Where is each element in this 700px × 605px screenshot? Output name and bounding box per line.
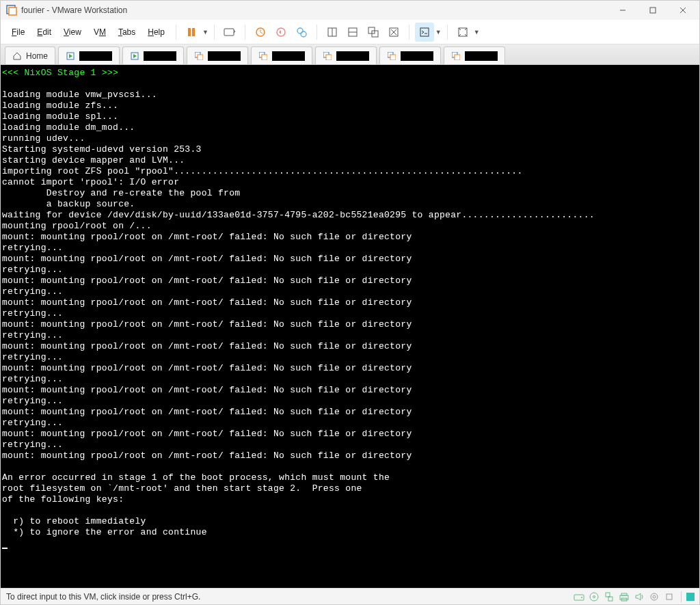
tab-vm-4[interactable] bbox=[251, 46, 312, 64]
send-ctrl-alt-del-button[interactable] bbox=[220, 23, 239, 42]
titlebar: fourier - VMware Workstation bbox=[1, 1, 699, 20]
svg-rect-3 bbox=[650, 8, 656, 13]
menu-file-label: ile bbox=[16, 27, 25, 37]
vm-running-icon bbox=[66, 51, 75, 61]
home-icon bbox=[12, 51, 22, 61]
view-multiple-button[interactable] bbox=[343, 23, 362, 42]
svg-rect-22 bbox=[420, 28, 429, 36]
separator bbox=[245, 25, 245, 40]
fullscreen-button[interactable]: ▼ bbox=[453, 23, 480, 42]
console-view-button[interactable] bbox=[415, 23, 434, 42]
vm-icon bbox=[451, 51, 461, 61]
svg-point-48 bbox=[653, 595, 656, 598]
statusbar: To direct input to this VM, click inside… bbox=[1, 588, 699, 604]
menu-help-label: elp bbox=[154, 27, 165, 37]
menu-view-label: iew bbox=[69, 27, 81, 37]
tab-label-redacted bbox=[79, 51, 112, 61]
svg-rect-36 bbox=[455, 55, 460, 60]
menu-tabs[interactable]: Tabs bbox=[113, 25, 141, 40]
separator bbox=[409, 25, 409, 40]
printer-icon[interactable] bbox=[618, 591, 630, 603]
tab-label-redacted bbox=[272, 51, 305, 61]
view-exclusive-button[interactable] bbox=[384, 23, 403, 42]
separator bbox=[176, 25, 176, 40]
app-window: fourier - VMware Workstation File Edit V… bbox=[0, 0, 700, 605]
cd-dvd-icon[interactable] bbox=[588, 591, 600, 603]
tab-vm-3[interactable] bbox=[187, 46, 248, 64]
tab-vm-6[interactable] bbox=[379, 46, 441, 64]
separator bbox=[214, 25, 215, 40]
view-single-button[interactable] bbox=[323, 23, 342, 42]
menu-file[interactable]: File bbox=[6, 25, 30, 40]
tab-vm-2[interactable] bbox=[122, 46, 184, 64]
svg-rect-34 bbox=[390, 55, 396, 60]
vm-icon bbox=[194, 51, 204, 61]
tab-label-redacted bbox=[401, 51, 433, 61]
svg-rect-30 bbox=[262, 55, 267, 60]
tab-vm-7[interactable] bbox=[444, 46, 505, 64]
menu-edit[interactable]: Edit bbox=[31, 25, 57, 40]
menubar: File Edit View VM Tabs Help ▼ ▼ ▼ bbox=[1, 20, 699, 44]
svg-rect-8 bbox=[224, 29, 234, 36]
svg-rect-41 bbox=[606, 593, 610, 597]
snapshot-take-button[interactable] bbox=[251, 23, 270, 42]
hard-disk-icon[interactable] bbox=[573, 591, 585, 603]
svg-point-40 bbox=[593, 595, 595, 597]
svg-rect-49 bbox=[667, 594, 672, 600]
svg-rect-45 bbox=[621, 593, 627, 595]
menu-help[interactable]: Help bbox=[142, 25, 170, 40]
network-adapter-icon[interactable] bbox=[603, 591, 615, 603]
tab-home[interactable]: Home bbox=[5, 46, 55, 64]
chevron-down-icon: ▼ bbox=[202, 29, 208, 36]
tab-vm-1[interactable] bbox=[58, 46, 120, 64]
svg-point-39 bbox=[590, 593, 598, 601]
separator bbox=[447, 25, 448, 40]
menu-edit-label: dit bbox=[42, 27, 51, 37]
message-log-icon[interactable] bbox=[684, 591, 697, 603]
menu-vm[interactable]: VM bbox=[88, 25, 111, 40]
usb-icon[interactable] bbox=[663, 591, 675, 603]
window-title: fourier - VMware Workstation bbox=[21, 5, 127, 15]
vm-icon bbox=[387, 51, 396, 61]
vm-icon bbox=[323, 51, 332, 61]
tab-home-label: Home bbox=[26, 51, 48, 61]
sound-icon[interactable] bbox=[633, 591, 645, 603]
tab-strip: Home bbox=[1, 44, 699, 65]
svg-rect-7 bbox=[192, 28, 195, 36]
separator bbox=[681, 591, 682, 602]
tab-vm-5[interactable] bbox=[315, 46, 377, 64]
tab-label-redacted bbox=[144, 51, 176, 61]
display-icon[interactable] bbox=[648, 591, 660, 603]
svg-rect-1 bbox=[9, 8, 16, 15]
vm-icon bbox=[258, 51, 268, 61]
vm-console[interactable]: <<< NixOS Stage 1 >>> loading module vmw… bbox=[1, 65, 699, 588]
chevron-down-icon[interactable]: ▼ bbox=[435, 29, 442, 36]
svg-point-12 bbox=[301, 31, 306, 37]
menu-view[interactable]: View bbox=[58, 25, 87, 40]
tab-label-redacted bbox=[336, 51, 369, 61]
vmware-logo-icon bbox=[6, 5, 17, 16]
svg-rect-6 bbox=[188, 28, 191, 36]
chevron-down-icon: ▼ bbox=[474, 29, 480, 36]
svg-rect-32 bbox=[326, 55, 332, 60]
svg-point-47 bbox=[651, 593, 658, 600]
svg-rect-28 bbox=[198, 55, 203, 60]
statusbar-message: To direct input to this VM, click inside… bbox=[3, 592, 573, 602]
menu-tabs-label: abs bbox=[122, 27, 135, 37]
snapshot-manager-button[interactable] bbox=[292, 23, 311, 42]
close-button[interactable] bbox=[668, 1, 698, 20]
tab-label-redacted bbox=[465, 51, 498, 61]
tab-label-redacted bbox=[208, 51, 241, 61]
device-tray bbox=[573, 591, 697, 603]
vm-running-icon bbox=[130, 51, 139, 61]
svg-point-38 bbox=[581, 597, 582, 598]
snapshot-revert-button[interactable] bbox=[271, 23, 291, 42]
minimize-button[interactable] bbox=[608, 1, 638, 20]
maximize-button[interactable] bbox=[638, 1, 668, 20]
svg-point-11 bbox=[297, 28, 303, 33]
separator bbox=[317, 25, 317, 40]
svg-rect-42 bbox=[608, 597, 612, 601]
view-unity-button[interactable] bbox=[364, 23, 383, 42]
suspend-button[interactable]: ▼ bbox=[182, 23, 208, 42]
